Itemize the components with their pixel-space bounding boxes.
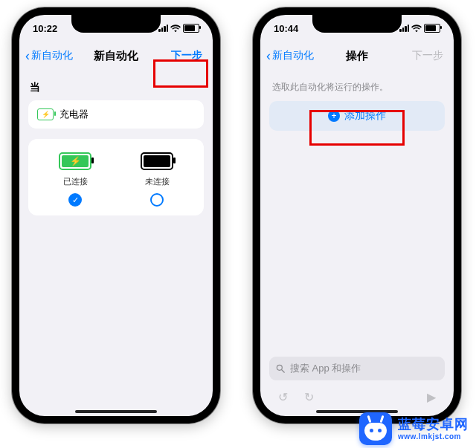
choice-disconnected[interactable]: 未连接 (116, 152, 198, 207)
choice-connected[interactable]: ⚡ 已连接 ✓ (34, 152, 116, 207)
watermark: 蓝莓安卓网 www.lmkjst.com (359, 412, 469, 445)
wifi-icon (411, 24, 422, 33)
signal-icon (158, 25, 168, 32)
notch (312, 15, 402, 33)
phone-frame-left: 10:22 ‹ 新自动化 新自动化 下一步 当 (12, 7, 220, 423)
search-input[interactable]: 搜索 App 和操作 (269, 357, 445, 380)
next-button-disabled: 下一步 (409, 42, 446, 70)
status-icons (158, 24, 199, 33)
search-icon (275, 363, 286, 374)
trigger-row-label: 充电器 (60, 108, 89, 121)
screen-right: 10:44 ‹ 新自动化 操作 下一步 选取此自动化将运行的操作。 (260, 15, 454, 416)
radio-connected-selected[interactable]: ✓ (68, 193, 82, 207)
choice-connected-label: 已连接 (63, 176, 88, 187)
battery-full-icon (141, 152, 173, 170)
nav-bar: ‹ 新自动化 操作 下一步 (260, 42, 454, 71)
battery-charging-icon: ⚡ (59, 152, 91, 170)
back-label: 新自动化 (272, 49, 314, 62)
undo-icon[interactable]: ↺ (278, 390, 288, 404)
phone-frame-right: 10:44 ‹ 新自动化 操作 下一步 选取此自动化将运行的操作。 (253, 7, 461, 423)
charger-icon: ⚡ (37, 108, 54, 120)
bottom-toolbar: ↺ ↻ ▶ (260, 383, 454, 410)
redo-icon[interactable]: ↻ (304, 390, 314, 404)
signal-icon (399, 25, 409, 32)
watermark-name: 蓝莓安卓网 (398, 417, 469, 432)
radio-disconnected-unselected[interactable] (150, 193, 164, 207)
status-time: 10:22 (33, 23, 57, 34)
chevron-left-icon: ‹ (25, 49, 30, 62)
battery-icon (183, 24, 199, 33)
svg-point-0 (277, 365, 282, 370)
back-label: 新自动化 (31, 49, 73, 62)
chevron-left-icon: ‹ (266, 49, 271, 62)
status-icons (399, 24, 440, 33)
battery-icon (424, 24, 440, 33)
notch (71, 15, 161, 33)
trigger-row-charger[interactable]: ⚡ 充电器 (28, 100, 204, 129)
connection-choice-card: ⚡ 已连接 ✓ 未连接 (28, 139, 204, 215)
next-label: 下一步 (412, 49, 443, 62)
search-placeholder: 搜索 App 和操作 (290, 362, 361, 375)
back-button[interactable]: ‹ 新自动化 (25, 42, 73, 70)
choice-disconnected-label: 未连接 (145, 176, 170, 187)
annotation-highlight-next (153, 59, 208, 88)
status-time: 10:44 (274, 23, 298, 34)
play-icon[interactable]: ▶ (427, 390, 436, 404)
page-title: 操作 (346, 49, 368, 63)
helper-text: 选取此自动化将运行的操作。 (272, 81, 442, 94)
back-button[interactable]: ‹ 新自动化 (266, 42, 314, 70)
screen-left: 10:22 ‹ 新自动化 新自动化 下一步 当 (19, 15, 213, 416)
svg-line-1 (282, 370, 285, 373)
annotation-highlight-add-action (309, 110, 405, 146)
content-left: 当 ⚡ 充电器 ⚡ 已连接 ✓ (19, 71, 213, 416)
watermark-url: www.lmkjst.com (398, 432, 469, 441)
page-title: 新自动化 (94, 49, 138, 63)
home-indicator[interactable] (75, 410, 157, 413)
watermark-logo-icon (359, 412, 392, 445)
wifi-icon (170, 24, 181, 33)
